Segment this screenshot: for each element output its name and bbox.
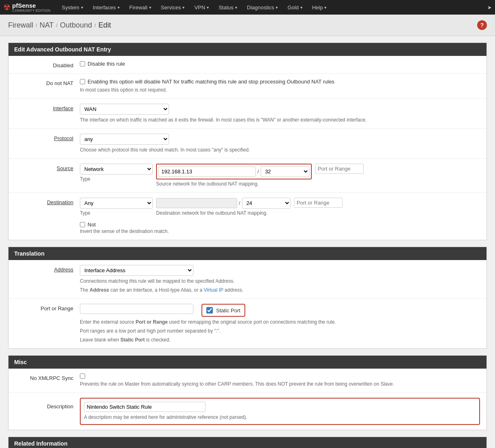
disabled-checkbox-row: Disable this rule [80, 61, 480, 67]
port-range-row: Static Port [80, 304, 480, 317]
logo: ☢ pfSense COMMUNITY EDITION [3, 2, 50, 13]
port-help3: Leave blank when Static Port is checked. [80, 336, 480, 343]
bc-firewall[interactable]: Firewall [8, 21, 33, 30]
virtual-ip-link[interactable]: Virtual IP [204, 287, 223, 293]
main-content: Edit Advanced Outbound NAT Entry Disable… [0, 36, 495, 448]
logo-sub: COMMUNITY EDITION [12, 9, 50, 13]
chevron-down-icon: ▾ [118, 5, 120, 10]
not-help: Invert the sense of the destination matc… [80, 228, 169, 234]
nav-item-system[interactable]: System ▾ [57, 0, 88, 15]
disabled-checkbox-label: Disable this rule [88, 61, 125, 67]
label-disabled: Disabled [15, 61, 80, 68]
bc-nat[interactable]: NAT [40, 21, 54, 30]
content-port-range: Static Port Enter the external source Po… [80, 304, 480, 343]
source-ip-input[interactable] [159, 166, 256, 177]
interface-select[interactable]: WAN [80, 104, 169, 115]
donat-checkbox[interactable] [80, 79, 85, 84]
help-button[interactable]: ? [477, 20, 487, 30]
panel-advanced-nat: Edit Advanced Outbound NAT Entry Disable… [8, 43, 487, 240]
label-interface[interactable]: Interface [15, 104, 80, 111]
label-xmlrpc: No XMLRPC Sync [15, 373, 80, 381]
content-source: Network Type / 32 Source network for the [80, 164, 480, 188]
description-input[interactable] [84, 402, 206, 412]
nav-item-diagnostics[interactable]: Diagnostics ▾ [242, 0, 283, 15]
row-interface: Interface WAN The interface on which tra… [9, 99, 486, 129]
navbar: ☢ pfSense COMMUNITY EDITION System ▾ Int… [0, 0, 495, 15]
interface-help: The interface on which traffic is matche… [80, 116, 480, 124]
label-description: Description [15, 398, 80, 410]
content-donat: Enabling this option will disable NAT fo… [80, 79, 480, 94]
protocol-select[interactable]: any [80, 134, 169, 145]
chevron-down-icon: ▾ [324, 5, 326, 10]
source-ip-group: / 32 [156, 164, 312, 179]
content-destination: Any Type / 24 Destination network for th [80, 198, 480, 235]
nav-item-help[interactable]: Help ▾ [307, 0, 332, 15]
port-range-input[interactable] [80, 304, 193, 314]
dest-cidr-select[interactable]: 24 [242, 198, 291, 209]
panel-header-related: Related Information [9, 437, 486, 448]
content-address: Interface Address Connections matching t… [80, 265, 480, 294]
chevron-down-icon: ▾ [81, 5, 83, 10]
xmlrpc-checkbox[interactable] [80, 373, 85, 379]
static-port-group: Static Port [201, 304, 245, 317]
protocol-help: Choose which protocol this rule should m… [80, 146, 480, 154]
nav-item-vpn[interactable]: VPN ▾ [189, 0, 214, 15]
dest-net-input[interactable] [156, 198, 237, 208]
panel-header-translation: Translation [9, 247, 486, 260]
label-address[interactable]: Address [15, 265, 80, 273]
source-port-input[interactable] [315, 164, 364, 174]
label-source[interactable]: Source [15, 164, 80, 171]
nav-items: System ▾ Interfaces ▾ Firewall ▾ Service… [57, 0, 487, 15]
nav-item-firewall[interactable]: Firewall ▾ [124, 0, 156, 15]
content-disabled: Disable this rule [80, 61, 480, 67]
row-protocol: Protocol any Choose which protocol this … [9, 129, 486, 159]
not-label: Not [88, 222, 96, 228]
panel-related: Related Information [8, 437, 487, 448]
donat-checkbox-label: Enabling this option will disable NAT fo… [88, 79, 334, 85]
nav-item-gold[interactable]: Gold ▾ [283, 0, 307, 15]
row-source: Source Network Type / 32 [9, 159, 486, 193]
chevron-down-icon: ▾ [207, 5, 209, 10]
label-destination[interactable]: Destination [15, 198, 80, 205]
dest-type-select[interactable]: Any [80, 198, 153, 209]
address-select[interactable]: Interface Address [80, 265, 193, 276]
source-cidr-select[interactable]: 32 [261, 166, 309, 177]
nav-item-status[interactable]: Status ▾ [214, 0, 242, 15]
not-checkbox[interactable] [80, 222, 85, 227]
nav-item-services[interactable]: Services ▾ [156, 0, 190, 15]
content-xmlrpc: Prevents the rule on Master from automat… [80, 373, 480, 388]
row-description: Description A description may be entered… [9, 393, 486, 430]
label-protocol[interactable]: Protocol [15, 134, 80, 141]
port-help2: Port ranges are a low port and high port… [80, 327, 480, 335]
dest-net-help: Destination network for the outbound NAT… [156, 209, 291, 217]
donat-help: In most cases this option is not require… [80, 86, 480, 94]
not-checkbox-row: Not [80, 222, 480, 228]
breadcrumb: Firewall / NAT / Outbound / Edit ? [0, 15, 495, 36]
bc-outbound[interactable]: Outbound [60, 21, 92, 30]
dest-port-input[interactable] [294, 198, 343, 208]
chevron-down-icon: ▾ [235, 5, 237, 10]
row-destination: Destination Any Type / 24 [9, 193, 486, 240]
source-ip-help: Source network for the outbound NAT mapp… [156, 180, 312, 188]
row-disabled: Disabled Disable this rule [9, 56, 486, 74]
chevron-down-icon: ▾ [300, 5, 302, 10]
panel-translation: Translation Address Interface Address Co… [8, 247, 487, 349]
content-protocol: any Choose which protocol this rule shou… [80, 134, 480, 154]
source-type-select[interactable]: Network [80, 164, 153, 175]
disabled-checkbox[interactable] [80, 61, 85, 66]
chevron-down-icon: ▾ [276, 5, 278, 10]
xmlrpc-checkbox-row [80, 373, 480, 379]
panel-header-advanced: Edit Advanced Outbound NAT Entry [9, 43, 486, 56]
dest-type-label: Type [80, 209, 153, 217]
static-port-checkbox[interactable] [206, 307, 213, 314]
dest-slash: / [239, 200, 240, 206]
port-help1: Enter the external source Port or Range … [80, 318, 480, 326]
address-help2: The Address can be an Interface, a Host-… [80, 286, 480, 294]
chevron-down-icon: ▾ [182, 5, 184, 10]
content-description: A description may be entered here for ad… [80, 398, 480, 425]
bc-edit: Edit [99, 21, 111, 30]
label-port-range: Port or Range [15, 304, 80, 311]
nav-right-icon[interactable]: ➤ [487, 4, 492, 11]
donat-checkbox-row: Enabling this option will disable NAT fo… [80, 79, 480, 85]
nav-item-interfaces[interactable]: Interfaces ▾ [88, 0, 124, 15]
